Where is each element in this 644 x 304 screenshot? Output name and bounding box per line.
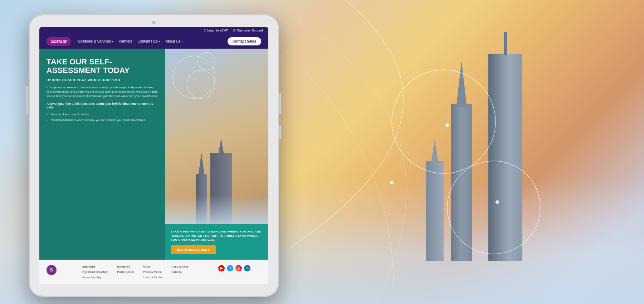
footer-link-public[interactable]: Public Sector [117,270,134,274]
nav-items: Solutions & Services ▾ Partners Content … [78,37,261,45]
footer-link-about[interactable]: About [143,265,163,268]
hero-section: TAKE OUR SELF-ASSESSMENT TODAY HYBRID CL… [39,49,268,260]
footer-logo-section: S [47,265,75,279]
building-short [426,161,444,261]
begin-assessment-button[interactable]: BEGIN ASSESSMENT [171,245,216,254]
nav-solutions[interactable]: Solutions & Services ▾ [78,39,113,43]
footer-logo-icon: S [47,265,57,275]
contact-sales-button[interactable]: Contact Sales [228,37,261,45]
hero-spire-top [199,153,204,174]
tablet-power-button [279,93,281,114]
utility-bar: ⊙ Login to eCAT ⊙ Customer Support [39,27,268,34]
linkedin-icon[interactable]: in [244,265,250,271]
nav-about-us[interactable]: About Us ▾ [166,39,183,43]
footer-link-hybrid[interactable]: Hybrid Infrastructure [82,270,108,274]
hero-circle-2 [187,70,215,99]
softcat-logo[interactable]: Softcat [47,37,71,46]
footer-col-sectors: Enterprise Public Sector [117,265,134,279]
footer-link-press[interactable]: Press & Media [143,270,163,274]
chevron-down-icon: ▾ [112,40,113,43]
footer-col-resources: Case Studies Careers [171,265,189,279]
footer-social-section: ▶ 𝕋 ◎ in [218,265,261,279]
hero-bullet-2: Recommendations of where and how you can… [47,118,158,122]
main-nav: Softcat Solutions & Services ▾ Partners … [39,34,268,49]
hero-cta-section: TAKE A FEW MINUTES TO EXPLORE WHERE YOU … [165,224,268,260]
login-link[interactable]: ⊙ Login to eCAT [204,29,228,32]
hero-left: TAKE OUR SELF-ASSESSMENT TODAY HYBRID CL… [39,49,165,260]
hero-image [165,49,268,224]
footer-link-careers[interactable]: Careers [171,270,189,274]
hero-bullets: A review of your current position Recomm… [47,113,158,124]
building-main [488,54,522,261]
nav-partners[interactable]: Partners [119,39,132,43]
nav-content-hub[interactable]: Content Hub ▾ [138,39,160,43]
footer-columns: Solutions Hybrid Infrastructure Cyber Se… [82,265,211,279]
twitter-icon[interactable]: 𝕋 [227,265,233,271]
footer-link-casestudies[interactable]: Case Studies [171,265,189,268]
footer-col-about: About Press & Media Investor Centre [143,265,163,279]
cta-text: TAKE A FEW MINUTES TO EXPLORE WHERE YOU … [171,230,263,242]
support-link[interactable]: ⊙ Customer Support [233,29,263,32]
hero-mist [165,196,268,224]
hero-subtitle: HYBRID CLOUD THAT WORKS FOR YOU [47,78,158,82]
hero-circle-3 [197,52,215,70]
chevron-down-icon-2: ▾ [159,40,160,43]
hero-body-text: Change has accelerated – and you want to… [47,85,158,98]
footer-col-solutions: Solutions Hybrid Infrastructure Cyber Se… [82,265,108,279]
footer-link-cyber[interactable]: Cyber Security [82,276,108,279]
hero-cta-lead: Answer just nine quick questions about y… [47,102,158,109]
instagram-icon[interactable]: ◎ [235,265,242,271]
youtube-icon[interactable]: ▶ [218,265,225,271]
social-icons: ▶ 𝕋 ◎ in [218,265,261,271]
hero-right: TAKE A FEW MINUTES TO EXPLORE WHERE YOU … [165,49,268,260]
tablet-screen: ⊙ Login to eCAT ⊙ Customer Support Softc… [39,27,268,284]
footer-col-solutions-header: Solutions [82,265,108,268]
tablet-volume-button [279,125,281,139]
hero-bullet-1: A review of your current position [47,113,158,117]
hero-title: TAKE OUR SELF-ASSESSMENT TODAY [47,58,158,75]
tablet-frame: ⊙ Login to eCAT ⊙ Customer Support Softc… [29,14,279,297]
footer-link-enterprise[interactable]: Enterprise [117,265,134,268]
footer-link-investor[interactable]: Investor Centre [143,276,163,279]
chevron-down-icon-3: ▾ [181,40,183,43]
site-footer: S Solutions Hybrid Infrastructure Cyber … [39,260,268,284]
building-spire [451,104,472,261]
